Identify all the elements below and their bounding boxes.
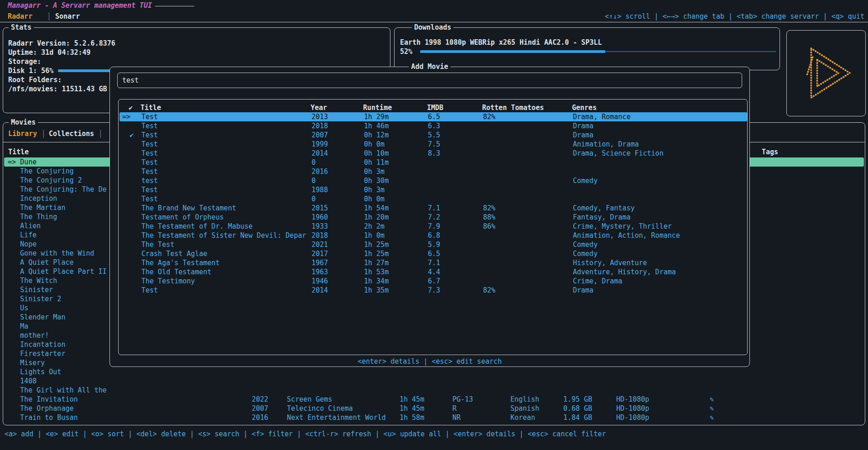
title-rule (155, 6, 194, 6)
search-result-row[interactable]: The Brand New Testament20151h 54m7.182%C… (120, 204, 747, 213)
search-input-value: test (122, 76, 139, 85)
search-result-row[interactable]: Test20181h 46m6.3Drama (120, 121, 747, 131)
result-cell-title: Test (141, 140, 158, 149)
search-result-row[interactable]: The Old Testament19631h 53m4.4Adventure,… (120, 267, 747, 277)
library-title-header: Title (8, 147, 29, 157)
result-cell-imdb: 7.1 (428, 204, 440, 213)
library-cell-quality: HD-1080p (616, 404, 649, 413)
tab-collections[interactable]: Collections (49, 129, 94, 138)
result-cell-imdb: 5.5 (428, 131, 440, 140)
app-title: Managarr - A Servarr management TUI (8, 1, 152, 10)
uptime-value: 31d 04:32:49 (41, 48, 90, 57)
library-cell-quality: HD-1080p (616, 395, 649, 404)
result-cell-arrow: => (122, 112, 130, 121)
result-cell-rotten-tomatoes: 82% (483, 286, 495, 295)
library-row[interactable]: Train to Busan (4, 413, 864, 422)
library-row[interactable]: The Invitation (4, 395, 864, 404)
search-result-row[interactable]: The Testament of Dr. Mabuse19332h 2m7.98… (120, 222, 747, 231)
results-header-rotten-tomatoes: Rotten Tomatoes (482, 103, 544, 112)
library-row[interactable]: 1408 (4, 377, 864, 386)
library-cell-language: Korean (510, 413, 535, 422)
library-tab-separator: │ (42, 129, 46, 138)
tab-library[interactable]: Library (8, 129, 37, 138)
search-result-row[interactable]: Test20160h 3m (120, 167, 747, 176)
library-row[interactable]: Lights Out (4, 367, 864, 377)
search-result-row-selected[interactable]: =>Test20131h 29m6.582%Drama, Romance (120, 112, 747, 121)
storage-label: Storage: (8, 57, 41, 66)
search-result-row[interactable]: test00h 30mComedy (120, 176, 747, 185)
result-cell-year: 2014 (312, 286, 328, 295)
search-result-row[interactable]: ✔Test20070h 12m5.5Drama (120, 131, 747, 140)
edit-pencil-icon[interactable]: ✎ (710, 395, 714, 404)
search-result-row[interactable]: Test20140h 10m8.3Drama, Science Fiction (120, 149, 747, 158)
search-result-row[interactable]: Crash Test Aglae20171h 25m6.5Comedy (120, 249, 747, 258)
library-row[interactable]: The Girl with All the (4, 386, 864, 395)
search-result-row[interactable]: Testament of Orpheus19601h 20m7.288%Fant… (120, 213, 747, 222)
search-result-row[interactable]: Test00h 0m (120, 194, 747, 204)
library-cell-size: 0.68 GB (563, 404, 592, 413)
library-cell-certification: PG-13 (452, 395, 473, 404)
result-cell-runtime: 1h 25m (364, 249, 389, 258)
search-result-row[interactable]: The Test20211h 25m5.9Comedy (120, 240, 747, 249)
result-cell-title: Test (141, 158, 158, 167)
search-result-row[interactable]: The Testament of Sister New Devil: Depar… (120, 231, 747, 240)
result-cell-title: The Brand New Testament (141, 204, 236, 213)
tabbar-divider (0, 22, 868, 22)
result-cell-runtime: 1h 25m (364, 240, 389, 249)
result-cell-runtime: 1h 29m (364, 112, 389, 121)
search-result-row[interactable]: The Aga's Testament19671h 27m7.1History,… (120, 258, 747, 267)
result-cell-year: 1960 (312, 213, 328, 222)
search-result-row[interactable]: Test19990h 0m7.5Animation, Drama (120, 140, 747, 149)
result-cell-year: 2018 (312, 231, 328, 240)
tab-radarr[interactable]: Radarr (8, 12, 32, 21)
result-cell-title: test (141, 176, 158, 185)
result-cell-imdb: 7.2 (428, 213, 440, 222)
result-cell-imdb: 4.4 (428, 267, 440, 277)
search-result-row[interactable]: Test20141h 35m7.382%Drama (120, 286, 747, 295)
result-cell-genres: Comedy (573, 176, 598, 185)
movies-panel-title: Movies (9, 118, 38, 127)
download-percent: 52% (400, 47, 412, 56)
uptime-line: Uptime: 31d 04:32:49 (8, 48, 91, 57)
library-row[interactable]: The Orphanage (4, 404, 864, 413)
result-cell-genres: Animation, Drama (573, 140, 639, 149)
library-cell-quality: HD-1080p (616, 413, 649, 422)
result-cell-title: The Test (141, 240, 174, 249)
library-cell-size: 1.84 GB (563, 413, 592, 422)
result-cell-runtime: 0h 10m (364, 149, 389, 158)
result-cell-runtime: 0h 11m (364, 158, 389, 167)
library-cell-language: Spanish (510, 404, 539, 413)
logo-panel (786, 30, 866, 116)
result-cell-runtime: 1h 34m (364, 277, 389, 286)
search-result-row[interactable]: Test19880h 3m (120, 185, 747, 194)
result-cell-imdb: 6.7 (428, 277, 440, 286)
tab-sonarr[interactable]: Sonarr (55, 12, 80, 21)
download-item-name: Earth 1998 1080p WEBRip x265 Hindi AAC2.… (400, 38, 602, 47)
library-cell-year: 2016 (252, 413, 268, 422)
result-cell-title: Test (141, 112, 158, 121)
result-cell-genres: History, Adventure (573, 258, 647, 267)
library-cell-certification: NR (452, 413, 461, 422)
movie-search-input[interactable]: test (117, 73, 742, 88)
result-cell-genres: Drama, Science Fiction (573, 149, 664, 158)
disk-percent: 56% (41, 67, 53, 75)
search-result-row[interactable]: The Testimony19461h 34m6.7Crime, Drama (120, 277, 747, 286)
result-cell-genres: Comedy, Fantasy (573, 204, 634, 213)
result-cell-rotten-tomatoes: 86% (483, 222, 495, 231)
edit-pencil-icon[interactable]: ✎ (710, 413, 714, 422)
result-cell-title: Test (141, 167, 158, 176)
edit-pencil-icon[interactable]: ✎ (710, 404, 714, 413)
library-cell-studio: Telecinco Cinema (287, 404, 353, 413)
result-cell-year: 2014 (312, 149, 328, 158)
result-cell-genres: Crime, Drama (573, 277, 622, 286)
search-results-table[interactable]: ✔ Title Year Runtime IMDB Rotten Tomatoe… (118, 99, 748, 355)
radarr-version-line: Radarr Version: 5.2.6.8376 (8, 39, 115, 48)
downloads-panel: Downloads Earth 1998 1080p WEBRip x265 H… (394, 27, 780, 70)
result-cell-title: Test (141, 121, 158, 131)
search-result-row[interactable]: Test00h 11m (120, 158, 747, 167)
results-header-year: Year (311, 103, 327, 112)
result-cell-genres: Comedy (573, 240, 598, 249)
result-cell-year: 2017 (312, 249, 328, 258)
results-header-title: Title (140, 103, 161, 112)
result-cell-imdb: 7.1 (428, 258, 440, 267)
